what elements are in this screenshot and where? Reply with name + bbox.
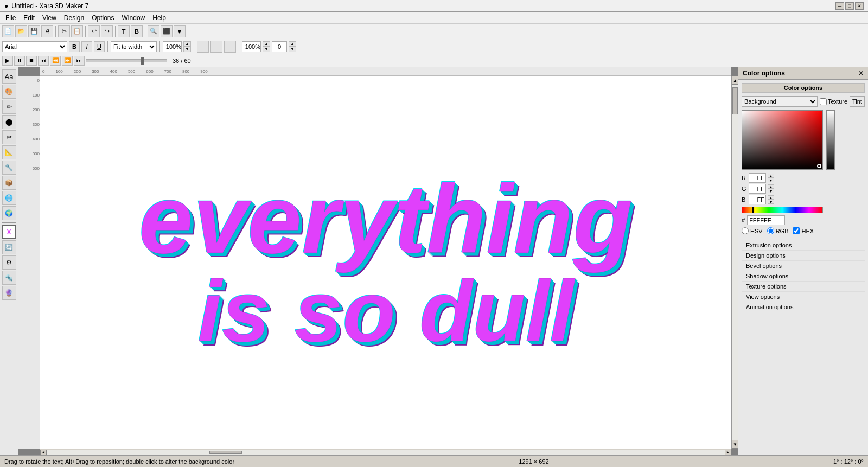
rgb-radio[interactable] xyxy=(767,227,774,234)
zoom-up-button[interactable]: ▲ xyxy=(183,41,191,47)
texture-options-row[interactable]: Texture options xyxy=(742,282,865,292)
menu-edit[interactable]: Edit xyxy=(20,13,38,23)
print-button[interactable]: 🖨 xyxy=(41,25,53,37)
green-input[interactable]: FF xyxy=(749,184,766,194)
green-down-button[interactable]: ▼ xyxy=(768,189,774,193)
animation-options-row[interactable]: Animation options xyxy=(742,302,865,312)
menu-view[interactable]: View xyxy=(39,13,60,23)
scroll-up-button[interactable]: ▲ xyxy=(732,76,738,85)
color-type-selector[interactable]: Background Front Side xyxy=(742,96,818,107)
tool-orb[interactable]: 🔮 xyxy=(2,286,16,300)
stop-button[interactable]: ⏹ xyxy=(26,56,37,66)
scale-up-button[interactable]: ▲ xyxy=(263,41,270,47)
scroll-thumb-v[interactable] xyxy=(732,87,738,114)
view-options-row[interactable]: View options xyxy=(742,292,865,302)
angle-down-button[interactable]: ▼ xyxy=(289,47,296,52)
hsv-radio[interactable] xyxy=(742,227,749,234)
scroll-track-v[interactable] xyxy=(732,85,738,440)
alpha-strip[interactable] xyxy=(826,110,835,170)
tool-gear[interactable]: ⚙ xyxy=(2,255,16,270)
zoom-input[interactable] xyxy=(163,41,182,52)
step-back-button[interactable]: ⏪ xyxy=(50,56,61,66)
extrusion-options-row[interactable]: Extrusion options xyxy=(742,240,865,251)
tool-color[interactable]: 🎨 xyxy=(2,85,16,99)
zoom-button[interactable]: 🔍 xyxy=(148,25,159,37)
menu-design[interactable]: Design xyxy=(61,13,87,23)
tool-shape[interactable]: ⬤ xyxy=(2,115,16,129)
hex-input[interactable]: FFFFFF xyxy=(747,215,785,225)
tool-font[interactable]: Aa xyxy=(2,69,16,84)
align-left-button[interactable]: ≡ xyxy=(197,41,209,53)
bold-toolbar-button[interactable]: B xyxy=(131,25,143,37)
bold-button[interactable]: B xyxy=(69,41,80,52)
dropdown-button[interactable]: ▼ xyxy=(174,25,186,37)
fit-to-width-selector[interactable]: Fit to width Fixed size xyxy=(111,41,157,52)
rewind-button[interactable]: ⏮ xyxy=(38,56,49,66)
tool-edit[interactable]: ✏ xyxy=(2,100,16,114)
vertical-scrollbar[interactable]: ▲ ▼ xyxy=(731,76,738,449)
blue-down-button[interactable]: ▼ xyxy=(768,200,774,204)
align-right-button[interactable]: ≡ xyxy=(224,41,236,53)
texture-checkbox[interactable] xyxy=(820,98,827,105)
scroll-thumb-h[interactable] xyxy=(209,451,242,454)
scale-down-button[interactable]: ▼ xyxy=(263,47,270,52)
menu-window[interactable]: Window xyxy=(119,13,149,23)
tool-rotate[interactable]: 🔄 xyxy=(2,240,16,254)
color-gradient[interactable] xyxy=(742,110,823,170)
play-button[interactable]: ▶ xyxy=(2,56,13,66)
font-selector[interactable]: Arial xyxy=(2,41,67,52)
menu-options[interactable]: Options xyxy=(88,13,117,23)
align-center-button[interactable]: ≡ xyxy=(210,41,222,53)
panel-close-button[interactable]: ✕ xyxy=(858,69,864,77)
scroll-left-button[interactable]: ◄ xyxy=(40,450,47,455)
blue-input[interactable]: FF xyxy=(749,195,766,204)
canvas-content[interactable]: everything is so dull xyxy=(40,76,731,449)
green-up-button[interactable]: ▲ xyxy=(768,184,774,189)
scroll-down-button[interactable]: ▼ xyxy=(732,440,738,449)
horizontal-scrollbar[interactable]: ◄ ► xyxy=(40,449,731,455)
italic-button[interactable]: I xyxy=(81,41,92,52)
menu-file[interactable]: File xyxy=(2,13,19,23)
design-options-row[interactable]: Design options xyxy=(742,251,865,261)
tool-settings[interactable]: 🔧 xyxy=(2,161,16,175)
blue-up-button[interactable]: ▲ xyxy=(768,195,774,200)
minimize-button[interactable]: ─ xyxy=(835,2,844,10)
hex-checkbox[interactable] xyxy=(793,227,800,234)
underline-button[interactable]: U xyxy=(94,41,105,52)
red-up-button[interactable]: ▲ xyxy=(768,174,774,178)
save-button[interactable]: 💾 xyxy=(28,25,40,37)
tool-globe1[interactable]: 🌐 xyxy=(2,191,16,205)
tool-cut[interactable]: ✂ xyxy=(2,130,16,144)
zoom-down-button[interactable]: ▼ xyxy=(183,47,191,52)
bevel-options-row[interactable]: Bevel options xyxy=(742,261,865,271)
frame-slider[interactable] xyxy=(86,59,167,62)
redo-button[interactable]: ↪ xyxy=(101,25,113,37)
window-controls[interactable]: ─ □ ✕ xyxy=(835,2,864,10)
angle-input[interactable] xyxy=(272,41,287,52)
scroll-track-h[interactable] xyxy=(47,450,725,455)
end-button[interactable]: ⏭ xyxy=(74,56,85,66)
copy-button[interactable]: 📋 xyxy=(71,25,83,37)
tool-measure[interactable]: 📐 xyxy=(2,145,16,159)
tool-globe2[interactable]: 🌍 xyxy=(2,206,16,220)
tool-box[interactable]: 📦 xyxy=(2,176,16,190)
maximize-button[interactable]: □ xyxy=(845,2,854,10)
cut-button[interactable]: ✂ xyxy=(58,25,70,37)
tool-link[interactable]: 🔩 xyxy=(2,271,16,285)
shadow-options-row[interactable]: Shadow options xyxy=(742,271,865,282)
text-button[interactable]: T xyxy=(118,25,130,37)
canvas-area[interactable]: 0100200300400500600700800900 01002003004… xyxy=(18,67,738,455)
scroll-right-button[interactable]: ► xyxy=(725,450,731,455)
red-down-button[interactable]: ▼ xyxy=(768,178,774,182)
scale-input[interactable] xyxy=(242,41,261,52)
undo-button[interactable]: ↩ xyxy=(88,25,100,37)
red-input[interactable]: FF xyxy=(749,173,766,183)
open-button[interactable]: 📂 xyxy=(15,25,27,37)
tint-button[interactable]: Tint xyxy=(850,96,865,107)
angle-up-button[interactable]: ▲ xyxy=(289,41,296,47)
tool-xara[interactable]: X xyxy=(2,225,16,239)
menu-help[interactable]: Help xyxy=(149,13,169,23)
hue-strip[interactable] xyxy=(742,207,823,213)
color-button[interactable]: ⬛ xyxy=(161,25,173,37)
pause-button[interactable]: ⏸ xyxy=(14,56,25,66)
